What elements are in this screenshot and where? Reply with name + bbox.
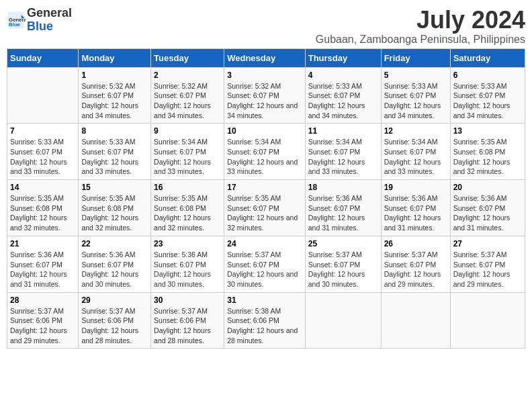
calendar-cell: 25Sunrise: 5:37 AMSunset: 6:07 PMDayligh… bbox=[305, 236, 381, 292]
day-info: Sunrise: 5:35 AMSunset: 6:07 PMDaylight:… bbox=[227, 193, 302, 233]
calendar-cell: 30Sunrise: 5:37 AMSunset: 6:06 PMDayligh… bbox=[151, 292, 224, 349]
day-info: Sunrise: 5:37 AMSunset: 6:06 PMDaylight:… bbox=[154, 306, 221, 346]
calendar-cell bbox=[7, 67, 79, 124]
main-title: July 2024 bbox=[316, 7, 525, 34]
day-info: Sunrise: 5:36 AMSunset: 6:07 PMDaylight:… bbox=[154, 250, 221, 289]
week-row-3: 14Sunrise: 5:35 AMSunset: 6:08 PMDayligh… bbox=[7, 180, 525, 236]
day-info: Sunrise: 5:38 AMSunset: 6:06 PMDaylight:… bbox=[227, 306, 302, 346]
day-number: 16 bbox=[154, 183, 221, 192]
day-info: Sunrise: 5:34 AMSunset: 6:07 PMDaylight:… bbox=[227, 137, 302, 177]
calendar-cell: 2Sunrise: 5:32 AMSunset: 6:07 PMDaylight… bbox=[151, 67, 224, 124]
day-info: Sunrise: 5:32 AMSunset: 6:07 PMDaylight:… bbox=[154, 81, 221, 121]
col-header-wednesday: Wednesday bbox=[224, 48, 306, 67]
logo-general: General bbox=[27, 7, 72, 20]
day-info: Sunrise: 5:34 AMSunset: 6:07 PMDaylight:… bbox=[384, 137, 447, 177]
day-number: 23 bbox=[154, 239, 221, 248]
calendar-cell: 16Sunrise: 5:35 AMSunset: 6:08 PMDayligh… bbox=[151, 180, 224, 236]
calendar-cell: 20Sunrise: 5:36 AMSunset: 6:07 PMDayligh… bbox=[450, 180, 525, 236]
header-row: SundayMondayTuesdayWednesdayThursdayFrid… bbox=[7, 48, 525, 67]
calendar-cell: 12Sunrise: 5:34 AMSunset: 6:07 PMDayligh… bbox=[381, 124, 450, 180]
calendar-cell: 3Sunrise: 5:32 AMSunset: 6:07 PMDaylight… bbox=[224, 67, 306, 124]
day-number: 15 bbox=[81, 183, 148, 192]
logo-icon: General Blue bbox=[7, 11, 26, 30]
day-number: 10 bbox=[227, 126, 302, 136]
calendar-cell: 29Sunrise: 5:37 AMSunset: 6:06 PMDayligh… bbox=[79, 292, 151, 349]
day-number: 17 bbox=[227, 183, 302, 192]
day-info: Sunrise: 5:35 AMSunset: 6:08 PMDaylight:… bbox=[10, 193, 75, 233]
calendar-cell: 10Sunrise: 5:34 AMSunset: 6:07 PMDayligh… bbox=[224, 124, 306, 180]
day-number: 22 bbox=[81, 239, 148, 248]
col-header-thursday: Thursday bbox=[305, 48, 381, 67]
day-info: Sunrise: 5:33 AMSunset: 6:07 PMDaylight:… bbox=[10, 137, 75, 177]
calendar-cell: 19Sunrise: 5:36 AMSunset: 6:07 PMDayligh… bbox=[381, 180, 450, 236]
logo-blue: Blue bbox=[27, 20, 72, 34]
week-row-1: 1Sunrise: 5:32 AMSunset: 6:07 PMDaylight… bbox=[7, 67, 525, 124]
day-number: 3 bbox=[227, 71, 302, 80]
col-header-sunday: Sunday bbox=[7, 48, 79, 67]
day-number: 4 bbox=[308, 71, 378, 80]
day-info: Sunrise: 5:33 AMSunset: 6:07 PMDaylight:… bbox=[308, 81, 378, 121]
day-number: 25 bbox=[308, 239, 378, 248]
svg-text:Blue: Blue bbox=[9, 21, 21, 28]
calendar-cell: 17Sunrise: 5:35 AMSunset: 6:07 PMDayligh… bbox=[224, 180, 306, 236]
day-number: 20 bbox=[453, 183, 522, 192]
col-header-friday: Friday bbox=[381, 48, 450, 67]
calendar-cell: 5Sunrise: 5:33 AMSunset: 6:07 PMDaylight… bbox=[381, 67, 450, 124]
day-info: Sunrise: 5:36 AMSunset: 6:07 PMDaylight:… bbox=[81, 250, 148, 289]
calendar-cell: 7Sunrise: 5:33 AMSunset: 6:07 PMDaylight… bbox=[7, 124, 79, 180]
day-number: 26 bbox=[384, 239, 447, 248]
day-number: 29 bbox=[81, 295, 148, 305]
title-area: July 2024 Gubaan, Zamboanga Peninsula, P… bbox=[316, 7, 525, 46]
day-info: Sunrise: 5:33 AMSunset: 6:07 PMDaylight:… bbox=[384, 81, 447, 121]
week-row-4: 21Sunrise: 5:36 AMSunset: 6:07 PMDayligh… bbox=[7, 236, 525, 292]
calendar-cell: 21Sunrise: 5:36 AMSunset: 6:07 PMDayligh… bbox=[7, 236, 79, 292]
calendar-table: SundayMondayTuesdayWednesdayThursdayFrid… bbox=[7, 48, 525, 349]
day-number: 19 bbox=[384, 183, 447, 192]
day-number: 1 bbox=[81, 71, 148, 80]
col-header-saturday: Saturday bbox=[450, 48, 525, 67]
week-row-2: 7Sunrise: 5:33 AMSunset: 6:07 PMDaylight… bbox=[7, 124, 525, 180]
subtitle: Gubaan, Zamboanga Peninsula, Philippines bbox=[316, 34, 525, 46]
day-number: 27 bbox=[453, 239, 522, 248]
calendar-cell bbox=[450, 292, 525, 349]
calendar-cell: 1Sunrise: 5:32 AMSunset: 6:07 PMDaylight… bbox=[79, 67, 151, 124]
calendar-cell: 6Sunrise: 5:33 AMSunset: 6:07 PMDaylight… bbox=[450, 67, 525, 124]
day-info: Sunrise: 5:36 AMSunset: 6:07 PMDaylight:… bbox=[308, 193, 378, 233]
day-info: Sunrise: 5:36 AMSunset: 6:07 PMDaylight:… bbox=[453, 193, 522, 233]
day-info: Sunrise: 5:36 AMSunset: 6:07 PMDaylight:… bbox=[10, 250, 75, 289]
day-number: 7 bbox=[10, 126, 75, 136]
calendar-cell: 24Sunrise: 5:37 AMSunset: 6:07 PMDayligh… bbox=[224, 236, 306, 292]
calendar-cell: 9Sunrise: 5:34 AMSunset: 6:07 PMDaylight… bbox=[151, 124, 224, 180]
day-number: 11 bbox=[308, 126, 378, 136]
calendar-cell bbox=[305, 292, 381, 349]
day-info: Sunrise: 5:32 AMSunset: 6:07 PMDaylight:… bbox=[227, 81, 302, 121]
day-info: Sunrise: 5:37 AMSunset: 6:07 PMDaylight:… bbox=[308, 250, 378, 289]
calendar-cell: 11Sunrise: 5:34 AMSunset: 6:07 PMDayligh… bbox=[305, 124, 381, 180]
day-number: 6 bbox=[453, 71, 522, 80]
calendar-cell: 18Sunrise: 5:36 AMSunset: 6:07 PMDayligh… bbox=[305, 180, 381, 236]
calendar-cell: 15Sunrise: 5:35 AMSunset: 6:08 PMDayligh… bbox=[79, 180, 151, 236]
day-info: Sunrise: 5:36 AMSunset: 6:07 PMDaylight:… bbox=[384, 193, 447, 233]
day-info: Sunrise: 5:33 AMSunset: 6:07 PMDaylight:… bbox=[453, 81, 522, 121]
day-info: Sunrise: 5:37 AMSunset: 6:06 PMDaylight:… bbox=[81, 306, 148, 346]
col-header-tuesday: Tuesday bbox=[151, 48, 224, 67]
day-info: Sunrise: 5:37 AMSunset: 6:07 PMDaylight:… bbox=[384, 250, 447, 289]
day-info: Sunrise: 5:37 AMSunset: 6:06 PMDaylight:… bbox=[10, 306, 75, 346]
calendar-cell bbox=[381, 292, 450, 349]
day-info: Sunrise: 5:37 AMSunset: 6:07 PMDaylight:… bbox=[453, 250, 522, 289]
day-info: Sunrise: 5:35 AMSunset: 6:08 PMDaylight:… bbox=[81, 193, 148, 233]
day-info: Sunrise: 5:34 AMSunset: 6:07 PMDaylight:… bbox=[308, 137, 378, 177]
day-number: 21 bbox=[10, 239, 75, 248]
calendar-cell: 26Sunrise: 5:37 AMSunset: 6:07 PMDayligh… bbox=[381, 236, 450, 292]
day-number: 31 bbox=[227, 295, 302, 305]
logo: General Blue General Blue bbox=[7, 7, 72, 34]
day-info: Sunrise: 5:34 AMSunset: 6:07 PMDaylight:… bbox=[154, 137, 221, 177]
calendar-cell: 14Sunrise: 5:35 AMSunset: 6:08 PMDayligh… bbox=[7, 180, 79, 236]
day-number: 14 bbox=[10, 183, 75, 192]
day-number: 30 bbox=[154, 295, 221, 305]
day-info: Sunrise: 5:33 AMSunset: 6:07 PMDaylight:… bbox=[81, 137, 148, 177]
calendar-cell: 28Sunrise: 5:37 AMSunset: 6:06 PMDayligh… bbox=[7, 292, 79, 349]
day-number: 13 bbox=[453, 126, 522, 136]
day-info: Sunrise: 5:32 AMSunset: 6:07 PMDaylight:… bbox=[81, 81, 148, 121]
day-number: 5 bbox=[384, 71, 447, 80]
